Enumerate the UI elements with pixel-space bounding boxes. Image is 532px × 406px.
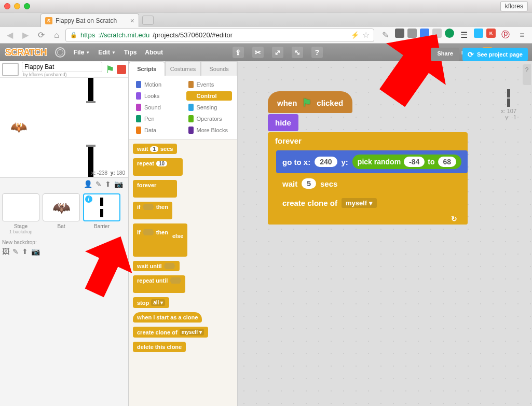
green-flag-icon[interactable]: ⚑ (105, 63, 115, 76)
share-button[interactable]: Share (431, 48, 459, 61)
block-wait-until[interactable]: wait until (133, 261, 180, 271)
url-path: /projects/53706020/#editor (153, 31, 233, 39)
extension-icons: ✎ ☰ K ⓟ ≡ (376, 29, 529, 42)
block-wait-secs[interactable]: wait5secs (276, 174, 344, 193)
new-sprite-library-icon[interactable]: 👤 (84, 180, 92, 191)
ext-pinterest-icon[interactable]: ⓟ (499, 29, 512, 42)
sprite-tile-bat[interactable]: 🦇 Bat (43, 193, 80, 234)
minimize-window-icon[interactable] (14, 3, 20, 9)
reload-button[interactable]: ⟳ (34, 29, 48, 42)
forward-button[interactable]: ▶ (19, 29, 32, 42)
new-tab-button[interactable] (142, 16, 154, 25)
tab-sounds[interactable]: Sounds (201, 61, 237, 76)
block-repeat-until[interactable]: repeat until (133, 275, 185, 293)
close-tab-icon[interactable]: × (130, 17, 134, 25)
scratch-logo[interactable]: SCRATCH (5, 47, 47, 58)
new-sprite-paint-icon[interactable]: ✎ (96, 180, 102, 191)
close-window-icon[interactable] (4, 3, 10, 9)
zoom-window-icon[interactable] (24, 3, 30, 9)
ext-buffer-icon[interactable]: ☰ (457, 29, 471, 42)
block-when-flag-clicked[interactable]: when ⚑ clicked (268, 91, 352, 113)
tab-costumes[interactable]: Costumes (165, 61, 201, 76)
menu-tips[interactable]: Tips (124, 49, 137, 56)
block-delete-clone[interactable]: delete this clone (133, 342, 186, 352)
bookmark-star-icon[interactable]: ☆ (362, 30, 370, 40)
ext-icon[interactable] (407, 29, 417, 38)
block-stop[interactable]: stopall ▾ (133, 297, 169, 308)
block-repeat[interactable]: repeat10 (133, 158, 183, 176)
block-if-then[interactable]: ifthen (133, 202, 172, 219)
cat-sensing[interactable]: Sensing (186, 103, 233, 112)
cat-motion[interactable]: Motion (134, 80, 180, 89)
language-globe-icon[interactable] (55, 47, 65, 58)
home-button[interactable]: ⌂ (50, 29, 63, 42)
backdrop-paint-icon[interactable]: ✎ (12, 247, 19, 256)
ext-icon[interactable] (432, 29, 442, 38)
grow-tool-icon[interactable]: ⤢ (272, 47, 283, 58)
favicon-icon: S (45, 17, 52, 24)
category-selector: Motion Events Looks Control Sound Sensin… (129, 76, 237, 139)
reader-icon[interactable]: ⚡ (351, 31, 359, 39)
sprite-info-icon[interactable]: i (85, 195, 92, 203)
project-title-input[interactable] (22, 62, 102, 72)
chrome-profile-button[interactable]: kflores (500, 1, 528, 11)
new-sprite-camera-icon[interactable]: 📷 (114, 180, 123, 191)
stop-sign-icon[interactable] (117, 65, 126, 74)
block-create-clone[interactable]: create clone ofmyself ▾ (276, 194, 383, 212)
cat-sound[interactable]: Sound (134, 103, 180, 112)
url-host: ://scratch.mit.edu (98, 31, 149, 39)
new-sprite-upload-icon[interactable]: ⬆ (105, 180, 111, 191)
block-create-clone[interactable]: create clone ofmyself ▾ (133, 327, 208, 338)
cat-looks[interactable]: Looks (134, 91, 180, 101)
fullscreen-stage-icon[interactable] (2, 63, 19, 76)
cat-control[interactable]: Control (186, 91, 233, 101)
cat-data[interactable]: Data (134, 125, 180, 135)
block-forever[interactable]: forever go to x:240 y: pick random-84 to… (268, 132, 468, 225)
stage-header: by kflores (unshared) ⚑ (0, 61, 128, 78)
chrome-menu-icon[interactable]: ≡ (515, 29, 529, 42)
browser-tab[interactable]: S Flappy Bat on Scratch × (40, 13, 139, 27)
ext-icon[interactable]: K (486, 29, 496, 38)
address-bar[interactable]: 🔒 https://scratch.mit.edu/projects/53706… (65, 29, 374, 42)
block-goto-xy[interactable]: go to x:240 y: pick random-84 to68 (276, 150, 468, 173)
scripts-canvas[interactable]: ? x: 107 y: -1 when ⚑ clicked hide forev… (238, 61, 532, 406)
block-pick-random[interactable]: pick random-84 to68 (352, 155, 461, 169)
backdrop-camera-icon[interactable]: 📷 (31, 247, 40, 256)
ext-icon[interactable] (420, 29, 429, 38)
see-project-page-button[interactable]: ⟳See project page (462, 48, 528, 61)
menu-file[interactable]: File▼ (74, 49, 90, 56)
cat-more[interactable]: More Blocks (186, 125, 233, 135)
ext-hangouts-icon[interactable] (445, 29, 454, 38)
editor-content: by kflores (unshared) ⚑ 🦇 x: -238 y: 180… (0, 61, 532, 406)
stage-tile[interactable]: Stage 1 backdrop (2, 193, 39, 234)
backdrop-upload-icon[interactable]: ⬆ (22, 247, 28, 256)
ext-pen-icon[interactable]: ✎ (378, 29, 392, 42)
block-palette[interactable]: wait1secs repeat10 forever ifthen ifthen… (129, 139, 237, 406)
sprite-tile-barrier[interactable]: i Barrier (83, 193, 120, 234)
ext-icon[interactable] (395, 29, 404, 38)
block-hide[interactable]: hide (268, 114, 298, 131)
menu-edit[interactable]: Edit▼ (98, 49, 116, 56)
stage-bat-sprite[interactable]: 🦇 (10, 119, 27, 135)
help-drawer-icon[interactable]: ? (523, 64, 531, 85)
window-titlebar: kflores (0, 0, 532, 12)
cat-events[interactable]: Events (186, 80, 233, 89)
url-protocol: https (80, 31, 95, 39)
cat-operators[interactable]: Operators (186, 114, 233, 123)
delete-tool-icon[interactable]: ✂ (252, 47, 264, 58)
block-wait-secs[interactable]: wait1secs (133, 144, 177, 154)
tab-scripts[interactable]: Scripts (129, 61, 165, 76)
block-forever[interactable]: forever (133, 180, 177, 198)
block-if-else[interactable]: ifthenelse (133, 223, 187, 257)
script-stack[interactable]: when ⚑ clicked hide forever go to x:240 … (268, 91, 468, 225)
back-button[interactable]: ◀ (3, 29, 17, 42)
help-tool-icon[interactable]: ? (311, 47, 323, 58)
backdrop-library-icon[interactable]: 🖼 (2, 247, 9, 256)
cat-pen[interactable]: Pen (134, 114, 180, 123)
block-when-start-clone[interactable]: when I start as a clone (133, 312, 202, 323)
ext-icon[interactable] (474, 29, 483, 38)
stage-view[interactable]: 🦇 x: -238 y: 180 (0, 78, 128, 177)
menu-about[interactable]: About (145, 49, 163, 56)
duplicate-tool-icon[interactable]: ⇪ (233, 47, 244, 58)
shrink-tool-icon[interactable]: ⤡ (292, 47, 303, 58)
